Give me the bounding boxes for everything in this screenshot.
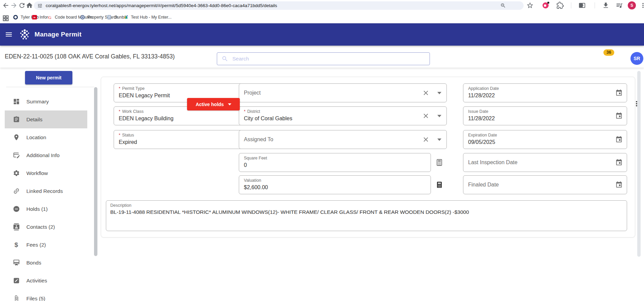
link-icon [12,187,20,195]
help-icon[interactable] [580,54,588,62]
paperclip-icon [12,295,20,301]
map-pin-icon [12,133,20,142]
chevron-down-icon [228,103,231,105]
sidebar-item-details[interactable]: Details [5,110,87,128]
sidebar-item-contacts[interactable]: Contacts (2) [5,218,87,236]
zoom-icon[interactable] [500,3,506,8]
calendar-icon[interactable] [615,159,623,166]
dropdown-caret-icon[interactable] [437,92,441,94]
app-title: Manage Permit [34,23,82,46]
last-inspection-date-field[interactable]: Last Inspection Date [463,153,627,172]
details-form-card: *Permit Type EDEN Legacy Permit *Work Cl… [101,77,635,237]
notifications-bell-icon[interactable] [597,54,605,62]
calculator-filled-icon[interactable] [435,181,443,189]
toolbar-separator [595,2,595,8]
svg-text:in: in [33,16,36,19]
download-icon[interactable] [602,2,610,9]
sidebar-scrollbar[interactable] [94,87,97,256]
sidebar-divider [6,87,94,87]
clipboard-icon [12,116,20,124]
browser-menu-icon[interactable] [639,2,644,9]
toolbar-separator [571,2,571,8]
calendar-icon[interactable] [615,136,623,143]
sidebar-item-fees[interactable]: $ Fees (2) [5,236,87,254]
table-edit-icon [12,151,20,159]
clear-icon[interactable] [422,89,430,97]
active-holds-button[interactable]: Active holds [187,98,240,110]
reload-icon[interactable] [18,2,26,9]
gear-icon [12,169,20,177]
square-feet-field[interactable]: Square Feet 0 [239,153,431,172]
global-search[interactable] [217,52,430,65]
forward-arrow-icon[interactable] [10,2,18,9]
clear-icon[interactable] [422,112,430,120]
contacts-icon [12,223,20,231]
browser-profile-avatar[interactable]: S [628,1,636,9]
side-panel-icon[interactable] [578,2,586,9]
bookmark-infor[interactable]: in Infor [32,11,48,23]
sidebar-item-holds[interactable]: Holds (1) [5,200,87,218]
dashboard-icon [12,98,20,106]
property-search-favicon [80,15,85,20]
sidebar-item-bonds[interactable]: Bonds [5,254,87,272]
calculator-icon[interactable] [435,158,443,167]
card-ribbon-icon [12,259,20,267]
new-permit-button[interactable]: New permit [25,71,72,84]
valuation-field[interactable]: Valuation $2,600.00 [239,175,431,194]
apps-grid-icon[interactable] [2,15,8,20]
translate-icon[interactable] [562,54,570,62]
bookmark-star-icon[interactable] [526,2,534,9]
issue-date-field[interactable]: Issue Date 11/28/2022 [463,106,627,125]
dropdown-caret-icon[interactable] [437,115,441,117]
tyler-logo [18,28,31,41]
expiration-date-field[interactable]: Expiration Date 09/05/2025 [463,130,627,149]
active-holds-label: Active holds [196,102,224,107]
sidebar-item-workflow[interactable]: Workflow [5,164,87,182]
notification-count-badge: 36 [603,49,614,56]
required-asterisk: * [119,109,120,114]
infor-favicon: in [32,15,37,20]
required-asterisk: * [119,133,120,137]
page-title: EDEN-22-11-0025 (108 OAK AVE Coral Gable… [5,46,175,68]
calendar-icon[interactable] [615,181,623,189]
project-field[interactable]: Project [239,83,447,102]
sidebar-item-activities[interactable]: Activities [5,272,87,290]
page-menu-icon[interactable] [632,100,641,108]
sidebar-item-linked-records[interactable]: Linked Records [5,182,87,200]
finaled-date-field[interactable]: Finaled Date [463,175,627,194]
description-field[interactable]: Description BL-19-11-4088 RESIDENTIAL *H… [106,200,627,231]
sidebar-item-summary[interactable]: Summary [5,93,87,110]
sidebar-item-files[interactable]: Files (5) [5,290,87,301]
calendar-icon[interactable] [615,112,623,120]
edit-square-icon [12,277,20,285]
url-text[interactable]: coralgablesfl-energov.tylerhost.net/apps… [46,3,500,8]
account-history-icon[interactable] [527,54,535,62]
site-info-icon[interactable] [37,3,43,8]
search-input[interactable] [232,56,430,62]
application-date-field[interactable]: Application Date 11/28/2022 [463,83,627,102]
menu-icon[interactable] [5,30,13,39]
calendar-icon[interactable] [615,89,623,97]
tyler-hub-favicon [13,15,18,20]
search-icon [222,55,228,62]
app-grid-icon[interactable] [616,54,624,62]
bookmark-test-hub[interactable]: Test Hub - My Enter... [123,11,171,23]
dollar-icon: $ [12,241,20,249]
sidebar-item-additional-info[interactable]: Additional Info [5,146,87,164]
dropdown-caret-icon[interactable] [437,139,441,141]
blocked-circle-icon [12,205,20,213]
test-hub-favicon [123,15,129,20]
extensions-puzzle-icon[interactable] [556,2,564,9]
sidebar-item-location[interactable]: Location [5,128,87,146]
content-area: New permit Summary Details Location Addi… [0,68,644,301]
adblock-extension-icon[interactable] [543,2,549,8]
district-field[interactable]: *District City of Coral Gables [239,106,447,125]
reading-list-icon[interactable] [616,2,623,9]
home-icon[interactable] [26,2,33,9]
back-arrow-icon[interactable] [2,2,9,9]
assigned-to-field[interactable]: Assigned To [239,130,447,149]
clear-icon[interactable] [422,136,430,143]
user-avatar[interactable]: SR [630,52,643,65]
url-bar[interactable]: coralgablesfl-energov.tylerhost.net/apps… [34,1,524,10]
content-scrollbar[interactable] [637,71,641,257]
